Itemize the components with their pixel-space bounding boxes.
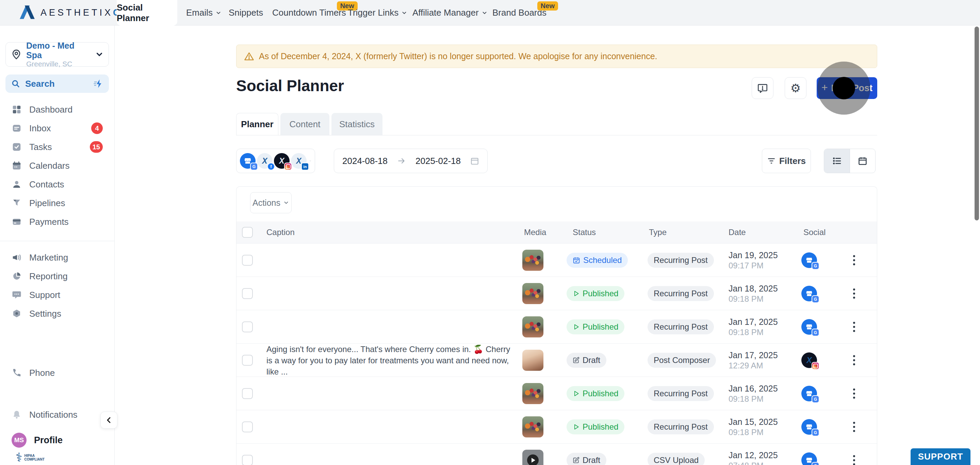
select-all-checkbox[interactable] — [242, 227, 253, 238]
megaphone-icon — [11, 252, 22, 263]
gear-icon: ⚙ — [791, 83, 801, 94]
linkedin-avatar[interactable]: X in — [291, 153, 307, 169]
row-menu-button[interactable] — [851, 318, 857, 335]
credit-card-icon — [11, 217, 22, 227]
google-business-avatar: G — [801, 386, 817, 402]
x-account-avatar: X — [801, 352, 817, 368]
row-menu-button[interactable] — [851, 352, 857, 369]
sidebar-item-phone[interactable]: Phone — [9, 363, 108, 382]
table-row: Published Recurring Post Jan 18, 202509:… — [237, 276, 877, 310]
row-menu-button[interactable] — [851, 252, 857, 269]
sidebar-item-inbox[interactable]: Inbox 4 — [9, 119, 108, 138]
date-range-picker[interactable]: 2024-08-18 2025-02-18 — [334, 149, 488, 173]
tab-statistics[interactable]: Statistics — [331, 113, 382, 135]
row-menu-button[interactable] — [851, 285, 857, 302]
post-media-thumbnail — [522, 383, 543, 404]
status-badge: Published — [566, 386, 624, 401]
play-icon — [573, 324, 579, 330]
sidebar-collapse-button[interactable] — [100, 412, 118, 428]
type-badge: Recurring Post — [648, 286, 714, 301]
type-badge: CSV Upload — [648, 453, 705, 465]
tab-content[interactable]: Content — [280, 113, 329, 135]
post-time: 09:18 PM — [729, 327, 778, 338]
facebook-avatar[interactable]: X f — [257, 153, 272, 169]
support-button[interactable]: SUPPORT — [911, 448, 970, 465]
tab-planner[interactable]: Planner — [236, 113, 278, 135]
sidebar-item-calendars[interactable]: Calendars — [9, 156, 108, 175]
post-media-thumbnail — [522, 283, 543, 304]
google-badge: G — [811, 262, 819, 270]
topnav-label: Snippets — [229, 8, 263, 18]
feedback-button[interactable] — [752, 77, 773, 99]
topnav-affiliate-manager[interactable]: Affiliate Manager — [412, 0, 488, 25]
planner-settings-button[interactable]: ⚙ — [785, 77, 807, 99]
bell-icon — [11, 409, 22, 420]
row-menu-button[interactable] — [851, 452, 857, 465]
table-row: Draft CSV Upload Jan 12, 202507:48 PM G — [237, 443, 877, 465]
chevron-down-icon — [283, 200, 289, 206]
vertical-scrollbar-thumb[interactable] — [975, 27, 979, 221]
column-date: Date — [729, 221, 746, 243]
chevron-down-icon — [482, 10, 488, 16]
sidebar-item-settings[interactable]: Settings — [9, 304, 108, 323]
row-checkbox[interactable] — [242, 388, 253, 399]
status-badge: Published — [566, 419, 624, 434]
google-badge: G — [811, 395, 819, 403]
topnav-label: Countdown Timers — [272, 8, 346, 18]
row-checkbox[interactable] — [242, 455, 253, 465]
topnav-trigger-links[interactable]: Trigger Links — [348, 0, 407, 25]
sidebar-item-profile[interactable]: MS Profile — [9, 430, 108, 451]
topnav-snippets[interactable]: Snippets — [229, 0, 263, 25]
row-checkbox[interactable] — [242, 355, 253, 366]
sidebar-item-payments[interactable]: Payments — [9, 212, 108, 231]
sidebar-item-dashboard[interactable]: Dashboard — [9, 100, 108, 119]
row-checkbox[interactable] — [242, 421, 253, 432]
play-icon — [573, 424, 579, 430]
post-date: Jan 18, 2025 — [729, 283, 778, 294]
filters-button[interactable]: Filters — [762, 149, 811, 173]
search-input[interactable]: Search — [5, 75, 109, 93]
post-time: 09:18 PM — [729, 394, 778, 404]
row-checkbox[interactable] — [242, 255, 253, 266]
topnav-countdown-timers[interactable]: Countdown Timers New — [272, 0, 346, 25]
row-menu-button[interactable] — [851, 418, 857, 435]
sidebar-item-notifications[interactable]: Notifications — [9, 405, 108, 424]
sidebar-item-pipelines[interactable]: Pipelines — [9, 194, 108, 213]
warning-banner: As of December 4, 2024, X (formerly Twit… — [236, 44, 877, 68]
row-menu-button[interactable] — [851, 385, 857, 402]
social-accounts-filter[interactable]: G X f X X in — [236, 149, 315, 173]
row-checkbox[interactable] — [242, 288, 253, 299]
row-checkbox[interactable] — [242, 321, 253, 332]
google-business-avatar: G — [801, 452, 817, 465]
phone-icon — [11, 368, 22, 378]
topnav-emails[interactable]: Emails — [186, 0, 221, 25]
sidebar-item-reporting[interactable]: Reporting — [9, 267, 108, 286]
caduceus-icon: ⚕ — [16, 451, 22, 463]
sidebar-item-marketing[interactable]: Marketing — [9, 248, 108, 267]
status-badge: Published — [566, 319, 624, 334]
chevron-down-icon — [309, 157, 311, 164]
post-time: 12:29 AM — [729, 360, 778, 371]
warning-triangle-icon — [244, 51, 254, 62]
sidebar-item-tasks[interactable]: Tasks 15 — [9, 137, 108, 157]
topnav-label: Social Planner — [117, 2, 177, 24]
brand-logo-icon — [19, 4, 36, 22]
calendar-view-button[interactable] — [850, 149, 875, 173]
date-to-value[interactable]: 2025-02-18 — [415, 156, 461, 166]
actions-button[interactable]: Actions — [250, 192, 292, 213]
column-caption: Caption — [266, 221, 295, 243]
sidebar-item-support[interactable]: Support — [9, 286, 108, 305]
sidebar-item-contacts[interactable]: Contacts — [9, 175, 108, 194]
instagram-avatar[interactable]: X — [274, 153, 290, 169]
warning-banner-text: As of December 4, 2024, X (formerly Twit… — [259, 51, 657, 61]
social-planner-app: AESTHETIXCRM Social Planner Emails Snipp… — [0, 0, 980, 465]
google-business-avatar[interactable]: G — [240, 153, 256, 169]
location-switcher[interactable]: Demo - Med Spa Greenville, SC — [5, 42, 109, 67]
topnav-social-planner[interactable]: Social Planner — [117, 0, 177, 25]
list-view-button[interactable] — [824, 149, 850, 173]
topnav-brand-boards[interactable]: Brand Boards New — [492, 0, 546, 25]
date-from-value[interactable]: 2024-08-18 — [342, 156, 388, 166]
new-post-button[interactable]: + New Post — [817, 77, 877, 99]
tasks-count-badge: 15 — [90, 141, 103, 153]
chevron-down-icon — [401, 10, 407, 16]
